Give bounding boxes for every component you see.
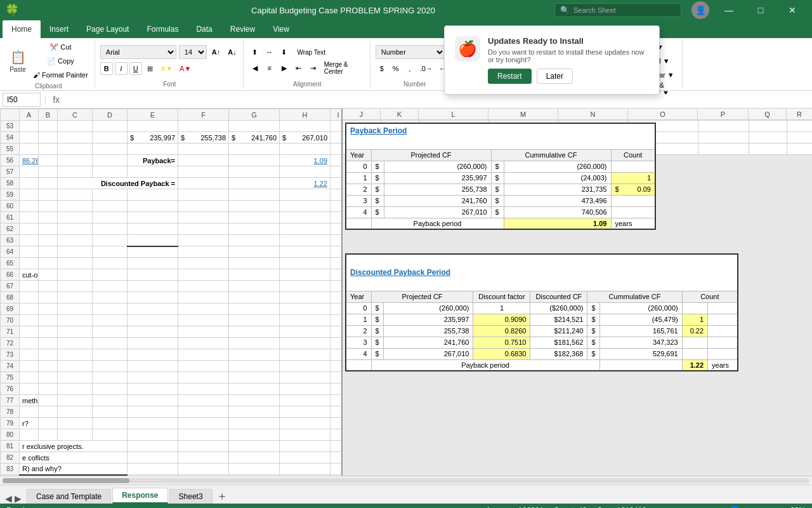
col-header-r[interactable]: R xyxy=(787,109,812,119)
tab-review[interactable]: Review xyxy=(221,20,264,38)
col-header-i[interactable]: I xyxy=(331,109,343,121)
col-cumcf-header: Cummulative CF xyxy=(491,149,611,161)
col-header-b[interactable]: B xyxy=(39,109,58,121)
tab-page-layout[interactable]: Page Layout xyxy=(77,20,138,38)
bold-button[interactable]: B xyxy=(100,62,113,75)
maximize-button[interactable]: □ xyxy=(746,0,775,20)
italic-button[interactable]: I xyxy=(115,62,128,75)
table-row: 3 $ 241,760 0.7510 $181,562 $ 347,323 xyxy=(346,337,738,348)
cell-reference-box[interactable] xyxy=(3,93,41,107)
align-bottom-button[interactable]: ⬇ xyxy=(278,46,291,58)
col-header-g[interactable]: G xyxy=(229,109,280,121)
col-header-n[interactable]: N xyxy=(558,109,628,119)
wrap-text-button[interactable]: Wrap Text xyxy=(292,46,331,58)
formula-input[interactable] xyxy=(65,94,809,105)
zoom-minus-button[interactable]: － xyxy=(694,505,702,509)
clipboard-label: Clipboard xyxy=(35,83,62,90)
indent-decrease-button[interactable]: ⇤ xyxy=(292,62,305,74)
right-sheet: J K L M N O P Q R xyxy=(343,109,812,476)
search-placeholder: Search Sheet xyxy=(573,6,616,14)
align-left-button[interactable]: ◀ xyxy=(249,62,261,74)
merge-center-button[interactable]: Merge & Center xyxy=(322,62,366,74)
table-row: 4 $ 267,010 0.6830 $182,368 $ 529,691 xyxy=(346,348,738,359)
col-header-h[interactable]: H xyxy=(280,109,331,121)
table-row: 56 86.2663% Payback= 1.09 xyxy=(1,155,343,166)
minimize-button[interactable]: — xyxy=(714,0,743,20)
notification-title: Updates Ready to Install xyxy=(488,36,649,46)
zoom-slider[interactable] xyxy=(712,505,763,508)
tab-prev-button[interactable]: ◀ xyxy=(5,493,12,504)
restart-button[interactable]: Restart xyxy=(488,69,532,84)
tab-home[interactable]: Home xyxy=(3,20,41,38)
tab-insert[interactable]: Insert xyxy=(41,20,77,38)
sheet-tab-response[interactable]: Response xyxy=(112,488,167,504)
col-header-blank xyxy=(1,109,20,121)
font-label: Font xyxy=(163,81,176,88)
align-top-button[interactable]: ⬆ xyxy=(249,46,261,58)
indent-increase-button[interactable]: ⇥ xyxy=(307,62,320,74)
ribbon: Home Insert Page Layout Formulas Data Re… xyxy=(0,20,812,91)
underline-button[interactable]: U xyxy=(129,62,142,75)
paste-button[interactable]: 📋 Paste xyxy=(6,43,29,79)
cut-button[interactable]: ✂️ Cut xyxy=(30,41,91,53)
search-icon: 🔍 xyxy=(560,6,570,15)
search-box[interactable]: 🔍 Search Sheet xyxy=(554,3,681,17)
row-header: 55 xyxy=(1,144,20,155)
tab-view[interactable]: View xyxy=(264,20,298,38)
row-header: 53 xyxy=(1,121,20,132)
table-row: 82 e coflicts xyxy=(1,452,343,464)
font-select[interactable]: Arial xyxy=(100,45,176,59)
percent-button[interactable]: % xyxy=(390,62,402,75)
sheet-tab-case[interactable]: Case and Template xyxy=(27,489,111,504)
disc-col-year: Year xyxy=(346,291,371,302)
align-right-button[interactable]: ▶ xyxy=(278,62,291,74)
tab-next-button[interactable]: ▶ xyxy=(15,493,22,504)
decrease-font-button[interactable]: A↓ xyxy=(225,46,239,58)
fill-color-button[interactable]: A▼ xyxy=(159,62,175,75)
increase-decimal-button[interactable]: .0→ xyxy=(417,62,435,75)
table-row: 58 Discounted Payback = 1.22 xyxy=(1,178,343,189)
currency-button[interactable]: $ xyxy=(376,62,388,75)
scrollbar-thumb[interactable] xyxy=(3,478,129,483)
payback-period-label: Payback period xyxy=(371,218,504,229)
col-header-p[interactable]: P xyxy=(698,109,749,119)
font-color-button[interactable]: A▼ xyxy=(177,62,193,75)
col-header-d[interactable]: D xyxy=(93,109,128,121)
row-header: 54 xyxy=(1,132,20,144)
payback-title: Payback Period xyxy=(350,126,407,135)
titlebar: 🍀 Capital Budgeting Case PROBLEM SPRING … xyxy=(0,0,812,20)
col-header-e[interactable]: E xyxy=(128,109,178,121)
col-header-m[interactable]: M xyxy=(488,109,558,119)
sheet-tab-sheet3[interactable]: Sheet3 xyxy=(169,489,213,504)
col-header-k[interactable]: K xyxy=(381,109,419,119)
col-header-q[interactable]: Q xyxy=(749,109,787,119)
horizontal-scrollbar[interactable] xyxy=(0,476,812,485)
tab-data[interactable]: Data xyxy=(187,20,221,38)
col-header-f[interactable]: F xyxy=(178,109,229,121)
tab-formulas[interactable]: Formulas xyxy=(138,20,187,38)
align-middle-button[interactable]: ↔ xyxy=(263,46,276,58)
row-header: 56 xyxy=(1,155,20,166)
copy-button[interactable]: 📄 Copy xyxy=(30,55,91,67)
increase-font-button[interactable]: A↑ xyxy=(209,46,223,58)
col-header-c[interactable]: C xyxy=(58,109,93,121)
comma-button[interactable]: , xyxy=(403,62,416,75)
scrollbar-track[interactable] xyxy=(3,478,809,483)
close-button[interactable]: ✕ xyxy=(778,0,807,20)
format-painter-button[interactable]: 🖌 Format Painter xyxy=(30,69,91,81)
align-center-button[interactable]: ≡ xyxy=(263,62,276,74)
later-button[interactable]: Later xyxy=(537,69,573,84)
col-header-o[interactable]: O xyxy=(628,109,698,119)
fx-button[interactable]: fx xyxy=(50,95,62,105)
col-header-j[interactable]: J xyxy=(343,109,381,119)
table-row xyxy=(346,254,738,265)
font-size-select[interactable]: 14 xyxy=(179,45,207,59)
zoom-plus-button[interactable]: ＋ xyxy=(773,505,780,509)
alignment-label: Alignment xyxy=(293,81,321,88)
border-button[interactable]: ⊞ xyxy=(144,62,157,75)
table-row: 2 $ 255,738 0.8260 $211,240 $ 165,761 0.… xyxy=(346,325,738,337)
add-sheet-button[interactable]: ＋ xyxy=(216,488,228,504)
col-header-l[interactable]: L xyxy=(419,109,488,119)
number-format-select[interactable]: Number xyxy=(376,45,445,59)
col-header-a[interactable]: A xyxy=(20,109,39,121)
